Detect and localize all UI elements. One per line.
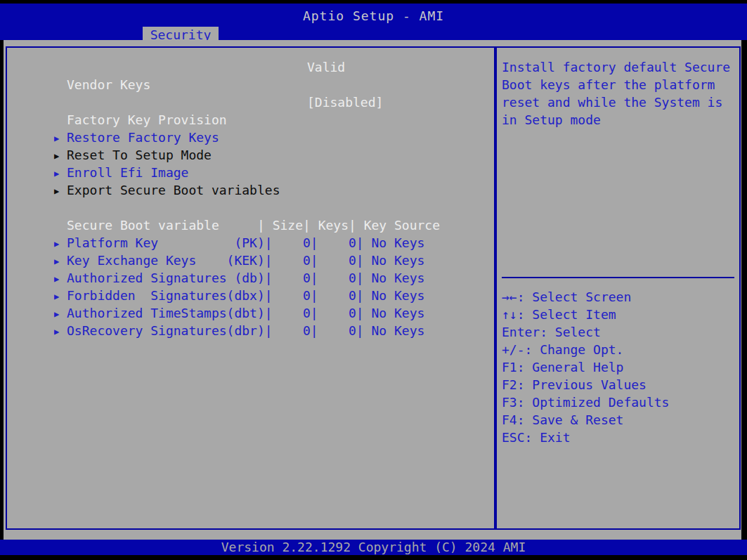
key-hints: →←: Select Screen ↑↓: Select Item Enter:…: [502, 288, 736, 446]
table-row-forbidden-signatures[interactable]: ▶Forbidden Signatures(dbx)| 0| 0| No Key…: [7, 269, 494, 287]
table-row-authorized-timestamps[interactable]: ▶Authorized TimeStamps(dbt)| 0| 0| No Ke…: [7, 287, 494, 304]
submenu-arrow-icon: ▶: [53, 323, 67, 341]
hint-esc-exit: ESC: Exit: [502, 429, 736, 446]
hint-save-reset: F4: Save & Reset: [502, 411, 736, 429]
hint-enter-select: Enter: Select: [502, 323, 736, 341]
hint-select-screen: →←: Select Screen: [502, 288, 736, 306]
hint-previous-values: F2: Previous Values: [502, 376, 736, 393]
secure-boot-table-header: Secure Boot variable | Size| Keys| Key S…: [7, 199, 494, 216]
field-label: Vendor Keys: [67, 77, 150, 92]
menu-item-restore-factory-keys[interactable]: ▶Restore Factory Keys: [7, 111, 494, 129]
menu-item-reset-to-setup-mode[interactable]: ▶Reset To Setup Mode: [7, 129, 494, 146]
help-line: reset and while the System is: [502, 93, 734, 111]
menu-item-label: Export Secure Boot variables: [67, 183, 280, 197]
table-row-authorized-signatures[interactable]: ▶Authorized Signatures (db)| 0| 0| No Ke…: [7, 252, 494, 269]
field-value[interactable]: [Disabled]: [307, 93, 383, 111]
table-row-osrecovery-signatures[interactable]: ▶OsRecovery Signatures(dbr)| 0| 0| No Ke…: [7, 304, 494, 322]
footer-bar: Version 2.22.1292 Copyright (C) 2024 AMI: [0, 540, 747, 555]
help-divider: [502, 277, 734, 278]
bios-screen: { "header": { "title": "Aptio Setup - AM…: [0, 0, 747, 560]
submenu-arrow-icon: ▶: [53, 183, 67, 200]
help-line: Boot keys after the platform: [502, 76, 734, 93]
page-title: Aptio Setup - AMI: [0, 4, 747, 23]
help-panel: Install factory default Secure Boot keys…: [495, 46, 741, 530]
help-line: in Setup mode: [502, 111, 734, 129]
field-value: Valid: [307, 58, 345, 76]
hint-general-help: F1: General Help: [502, 358, 736, 376]
main-panel: Vendor Keys Valid Factory Key Provision …: [6, 46, 495, 530]
help-line: Install factory default Secure: [502, 58, 734, 76]
table-row-key-exchange-keys[interactable]: ▶Key Exchange Keys (KEK)| 0| 0| No Keys: [7, 234, 494, 252]
field-vendor-keys: Vendor Keys Valid: [7, 58, 494, 76]
hint-change-opt: +/-: Change Opt.: [502, 341, 736, 358]
header-bar: Aptio Setup - AMI Security: [0, 4, 747, 40]
menu-item-export-secure-boot-variables[interactable]: ▶Export Secure Boot variables: [7, 164, 494, 181]
hint-optimized-defaults: F3: Optimized Defaults: [502, 393, 736, 411]
hint-select-item: ↑↓: Select Item: [502, 306, 736, 323]
help-text: Install factory default Secure Boot keys…: [497, 48, 739, 129]
field-factory-key-provision[interactable]: Factory Key Provision [Disabled]: [7, 93, 494, 111]
menu-item-enroll-efi-image[interactable]: ▶Enroll Efi Image: [7, 146, 494, 164]
table-row-platform-key[interactable]: ▶Platform Key (PK)| 0| 0| No Keys: [7, 216, 494, 234]
version-text: Version 2.22.1292 Copyright (C) 2024 AMI: [221, 540, 526, 554]
table-row-text: OsRecovery Signatures(dbr)| 0| 0| No Key…: [67, 323, 424, 338]
